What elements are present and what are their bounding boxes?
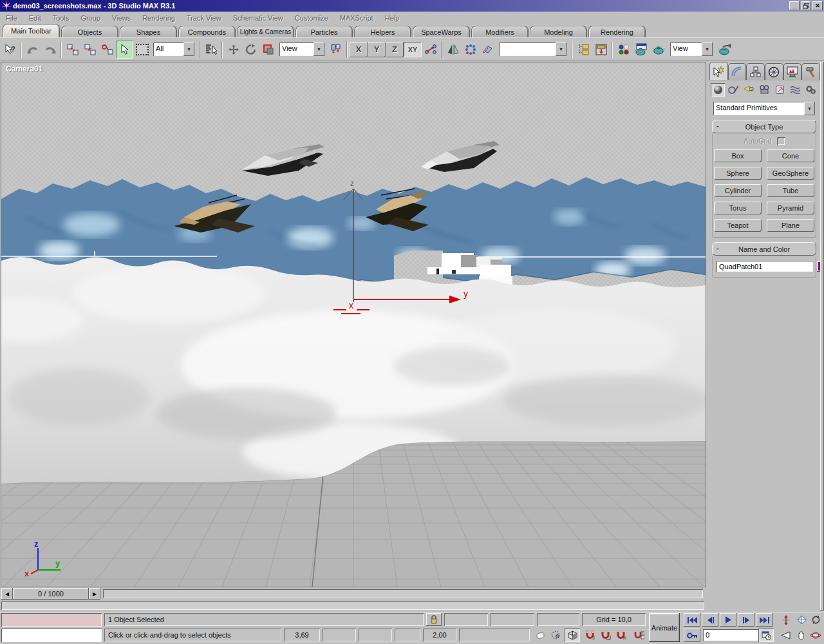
- tab-lights-cameras[interactable]: Lights & Cameras: [237, 26, 294, 37]
- maxscript-listener-white[interactable]: [1, 629, 102, 642]
- select-move-icon[interactable]: [225, 41, 242, 59]
- coord-z-field[interactable]: 2,00: [423, 629, 456, 641]
- spinner-snap-icon[interactable]: [632, 629, 646, 641]
- render-type-dropdown[interactable]: View ▼: [670, 43, 713, 56]
- animate-button[interactable]: Animate: [649, 613, 680, 642]
- menu-help[interactable]: Help: [379, 14, 406, 22]
- helpers-icon[interactable]: [772, 83, 787, 97]
- snap-toggle-icon[interactable]: [565, 628, 580, 642]
- next-frame-icon[interactable]: [738, 613, 754, 627]
- select-rotate-icon[interactable]: [242, 41, 259, 59]
- dotted-snap-icon[interactable]: [548, 629, 563, 641]
- roll-camera-icon[interactable]: [809, 613, 823, 627]
- play-icon[interactable]: [720, 613, 736, 627]
- menu-rendering[interactable]: Rendering: [136, 14, 181, 22]
- coord-field-4[interactable]: [395, 629, 420, 641]
- menu-customize[interactable]: Customize: [289, 14, 334, 22]
- time-slider-track[interactable]: [103, 589, 703, 598]
- viewport-label[interactable]: Camera01: [6, 64, 42, 73]
- time-back-icon[interactable]: ◀: [1, 588, 13, 600]
- redo-icon[interactable]: [41, 41, 59, 59]
- motion-tab-icon[interactable]: [765, 63, 783, 80]
- object-type-header[interactable]: - Object Type: [712, 120, 816, 133]
- menu-maxscript[interactable]: MAXScript: [334, 14, 379, 22]
- shapes-icon[interactable]: [726, 83, 740, 97]
- spacewarps-icon[interactable]: [788, 83, 802, 97]
- undo-icon[interactable]: [24, 41, 41, 59]
- primitives-dropdown[interactable]: Standard Primitives ▼: [713, 102, 815, 115]
- go-end-icon[interactable]: [756, 613, 772, 627]
- open-trackview-icon[interactable]: [592, 41, 610, 59]
- lock-selection-icon[interactable]: [426, 613, 442, 626]
- camera-viewport[interactable]: z y x z y x Camera01: [1, 62, 706, 587]
- create-tab-icon[interactable]: [709, 62, 728, 80]
- pivot-center-icon[interactable]: [327, 41, 344, 59]
- pan-hand-icon[interactable]: [794, 629, 809, 642]
- select-scale-icon[interactable]: [259, 41, 277, 59]
- hierarchy-tab-icon[interactable]: [746, 63, 765, 80]
- named-selection-dropdown[interactable]: ▼: [500, 43, 566, 56]
- restrict-x-button[interactable]: X: [350, 42, 368, 57]
- sphere-button[interactable]: Sphere: [714, 167, 762, 180]
- prev-frame-icon[interactable]: [702, 613, 718, 627]
- material-editor-icon[interactable]: [615, 41, 632, 59]
- key-mode-icon[interactable]: [684, 629, 700, 642]
- dolly-icon[interactable]: [779, 613, 793, 627]
- cylinder-button[interactable]: Cylinder: [714, 184, 762, 197]
- menu-schematicview[interactable]: Schematic View: [227, 14, 289, 22]
- chevron-down-icon[interactable]: ▼: [556, 43, 566, 56]
- menu-edit[interactable]: Edit: [23, 14, 47, 22]
- maxscript-listener-pink[interactable]: [1, 613, 102, 627]
- geometry-icon[interactable]: [711, 83, 725, 97]
- render-scene-icon[interactable]: [632, 41, 650, 59]
- align-icon[interactable]: [479, 41, 496, 59]
- tab-objects[interactable]: Objects: [61, 26, 118, 37]
- pyramid-button[interactable]: Pyramid: [767, 202, 814, 214]
- panel-resize-strip[interactable]: [820, 62, 824, 611]
- cone-button[interactable]: Cone: [767, 149, 814, 162]
- array-icon[interactable]: [462, 41, 479, 59]
- tab-shapes[interactable]: Shapes: [120, 26, 177, 37]
- restrict-xy-button[interactable]: XY: [404, 42, 422, 57]
- menu-group[interactable]: Group: [75, 14, 106, 22]
- menu-tools[interactable]: Tools: [47, 14, 75, 22]
- render-last-icon[interactable]: [716, 41, 733, 59]
- plane-button[interactable]: Plane: [767, 219, 814, 232]
- coord-field-3[interactable]: [359, 629, 392, 641]
- minimize-icon[interactable]: _: [789, 1, 800, 10]
- orbit-icon[interactable]: [809, 629, 823, 642]
- restore-icon[interactable]: [801, 1, 811, 10]
- time-slider-handle[interactable]: 0 / 1000: [13, 588, 89, 600]
- go-start-icon[interactable]: [684, 613, 700, 627]
- coord-x-field[interactable]: 3,69: [284, 629, 320, 641]
- select-by-name-icon[interactable]: [202, 41, 220, 59]
- chevron-down-icon[interactable]: ▼: [314, 43, 324, 56]
- zoom-extents-icon[interactable]: [794, 613, 809, 627]
- help-mode-icon[interactable]: ?: [1, 41, 19, 59]
- tab-spacewarps[interactable]: SpaceWarps: [413, 26, 470, 37]
- tab-particles[interactable]: Particles: [295, 26, 353, 37]
- tab-helpers[interactable]: Helpers: [354, 26, 411, 37]
- menu-trackview[interactable]: Track View: [181, 14, 227, 22]
- chevron-down-icon[interactable]: ▼: [702, 43, 713, 56]
- fov-icon[interactable]: [779, 629, 793, 642]
- manipulate-icon[interactable]: [422, 41, 439, 59]
- region-select-icon[interactable]: [133, 41, 151, 59]
- tab-modifiers[interactable]: Modifiers: [471, 26, 529, 37]
- coord-field-2[interactable]: [323, 629, 356, 641]
- modify-tab-icon[interactable]: [728, 63, 747, 80]
- reference-coordinate-dropdown[interactable]: View ▼: [279, 43, 324, 56]
- degradation-icon[interactable]: [533, 629, 547, 641]
- object-name-field[interactable]: [716, 261, 813, 272]
- collapse-icon[interactable]: -: [716, 122, 719, 129]
- geosphere-button[interactable]: GeoSphere: [767, 167, 814, 180]
- mirror-icon[interactable]: [444, 41, 462, 59]
- snap-3d-icon[interactable]: 3: [583, 629, 597, 641]
- collapse-icon[interactable]: -: [716, 244, 719, 252]
- tab-compounds[interactable]: Compounds: [178, 26, 236, 37]
- tab-main-toolbar[interactable]: Main Toolbar: [3, 24, 60, 37]
- tube-button[interactable]: Tube: [767, 184, 814, 197]
- select-object-icon[interactable]: [116, 41, 133, 59]
- chevron-down-icon[interactable]: ▼: [183, 43, 194, 56]
- unlink-icon[interactable]: [81, 41, 98, 59]
